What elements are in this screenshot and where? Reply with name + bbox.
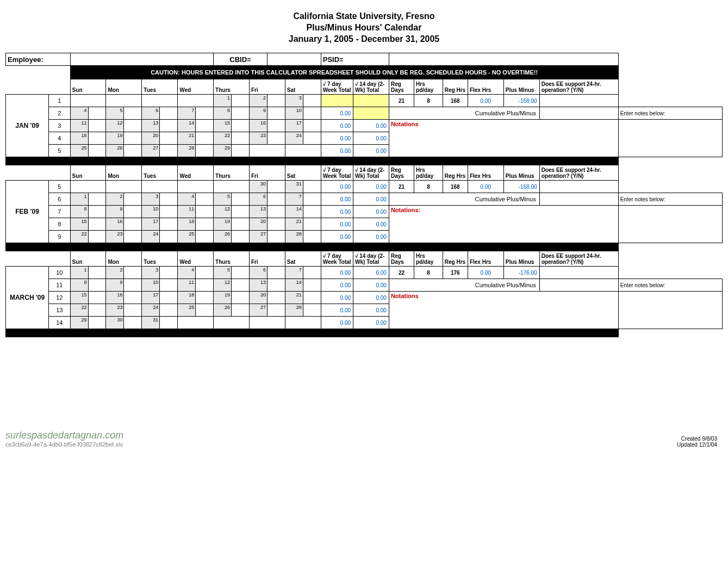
hours-cell[interactable]	[196, 120, 214, 132]
date-cell[interactable]: 28	[178, 145, 196, 157]
date-cell[interactable]: 25	[70, 145, 88, 157]
hours-cell[interactable]	[196, 231, 214, 243]
date-cell[interactable]: 1	[70, 193, 88, 206]
hours-cell[interactable]	[303, 132, 321, 145]
date-cell[interactable]: 14	[285, 279, 303, 292]
hours-cell[interactable]	[267, 267, 285, 279]
date-cell[interactable]: 26	[214, 304, 232, 317]
date-cell[interactable]: 15	[214, 120, 232, 132]
hours-cell[interactable]	[232, 107, 250, 120]
hours-cell[interactable]	[303, 218, 321, 231]
hours-cell[interactable]	[88, 193, 106, 206]
hours-cell[interactable]	[267, 193, 285, 206]
date-cell[interactable]: 12	[106, 120, 124, 132]
hours-cell[interactable]	[232, 279, 250, 292]
date-cell[interactable]: 16	[106, 292, 124, 304]
empty-day[interactable]	[70, 95, 106, 107]
hours-cell[interactable]	[160, 218, 178, 231]
date-cell[interactable]: 28	[285, 304, 303, 317]
date-cell[interactable]: 21	[285, 292, 303, 304]
date-cell[interactable]: 27	[142, 145, 160, 157]
hours-cell[interactable]	[160, 107, 178, 120]
date-cell[interactable]: 23	[249, 132, 267, 145]
date-cell[interactable]: 4	[178, 193, 196, 206]
hours-cell[interactable]	[88, 218, 106, 231]
date-cell[interactable]: 3	[142, 267, 160, 279]
date-cell[interactable]: 6	[142, 107, 160, 120]
date-cell[interactable]: 9	[106, 279, 124, 292]
hours-cell[interactable]	[232, 231, 250, 243]
hours-cell[interactable]	[160, 132, 178, 145]
hours-cell[interactable]	[124, 120, 142, 132]
cbid-input[interactable]	[267, 53, 321, 66]
hours-cell[interactable]	[303, 279, 321, 292]
hours-cell[interactable]	[88, 304, 106, 317]
hours-cell[interactable]	[124, 193, 142, 206]
empty-day[interactable]	[285, 145, 321, 157]
hours-cell[interactable]	[267, 304, 285, 317]
date-cell[interactable]: 7	[178, 107, 196, 120]
hours-cell[interactable]	[88, 107, 106, 120]
hours-cell[interactable]	[303, 267, 321, 279]
employee-input[interactable]	[70, 53, 214, 66]
date-cell[interactable]: 22	[70, 304, 88, 317]
hours-cell[interactable]	[88, 132, 106, 145]
date-cell[interactable]: 11	[178, 206, 196, 218]
hours-cell[interactable]	[124, 304, 142, 317]
hours-cell[interactable]	[160, 193, 178, 206]
ee-support-input[interactable]	[539, 267, 618, 279]
date-cell[interactable]: 4	[178, 267, 196, 279]
hours-cell[interactable]	[303, 181, 321, 193]
date-cell[interactable]: 20	[249, 292, 267, 304]
hours-cell[interactable]	[232, 218, 250, 231]
notes-area[interactable]	[618, 292, 722, 329]
hours-cell[interactable]	[124, 317, 142, 329]
hours-cell[interactable]	[196, 145, 214, 157]
date-cell[interactable]: 10	[142, 279, 160, 292]
date-cell[interactable]: 21	[285, 218, 303, 231]
hours-cell[interactable]	[124, 218, 142, 231]
hours-cell[interactable]	[196, 267, 214, 279]
date-cell[interactable]: 2	[106, 193, 124, 206]
hours-cell[interactable]	[124, 132, 142, 145]
hours-cell[interactable]	[196, 292, 214, 304]
date-cell[interactable]: 17	[142, 292, 160, 304]
empty-day[interactable]	[106, 181, 142, 193]
hours-cell[interactable]	[267, 132, 285, 145]
ee-support-input[interactable]	[539, 181, 618, 193]
hours-cell[interactable]	[88, 267, 106, 279]
empty-day[interactable]	[106, 95, 142, 107]
date-cell[interactable]: 16	[106, 218, 124, 231]
hours-cell[interactable]	[303, 206, 321, 218]
date-cell[interactable]: 26	[106, 145, 124, 157]
empty-day[interactable]	[249, 317, 285, 329]
notations-area[interactable]: Notations	[389, 120, 618, 157]
hours-cell[interactable]	[124, 206, 142, 218]
hours-cell[interactable]	[196, 279, 214, 292]
hours-cell[interactable]	[160, 206, 178, 218]
date-cell[interactable]: 12	[214, 206, 232, 218]
date-cell[interactable]: 5	[214, 193, 232, 206]
hours-cell[interactable]	[196, 304, 214, 317]
hours-cell[interactable]	[232, 206, 250, 218]
date-cell[interactable]: 24	[285, 132, 303, 145]
empty-day[interactable]	[142, 95, 178, 107]
hours-cell[interactable]	[196, 206, 214, 218]
date-cell[interactable]: 29	[70, 317, 88, 329]
empty-day[interactable]	[178, 95, 214, 107]
date-cell[interactable]: 8	[70, 279, 88, 292]
hours-cell[interactable]	[267, 107, 285, 120]
hours-cell[interactable]	[88, 292, 106, 304]
date-cell[interactable]: 24	[142, 304, 160, 317]
hours-cell[interactable]	[124, 231, 142, 243]
hours-cell[interactable]	[124, 279, 142, 292]
psid-input[interactable]	[389, 53, 618, 66]
hours-cell[interactable]	[232, 292, 250, 304]
date-cell[interactable]: 13	[249, 279, 267, 292]
empty-day[interactable]	[285, 317, 321, 329]
hours-cell[interactable]	[124, 292, 142, 304]
empty-day[interactable]	[178, 181, 214, 193]
date-cell[interactable]: 3	[142, 193, 160, 206]
date-cell[interactable]: 22	[70, 231, 88, 243]
date-cell[interactable]: 6	[249, 193, 267, 206]
